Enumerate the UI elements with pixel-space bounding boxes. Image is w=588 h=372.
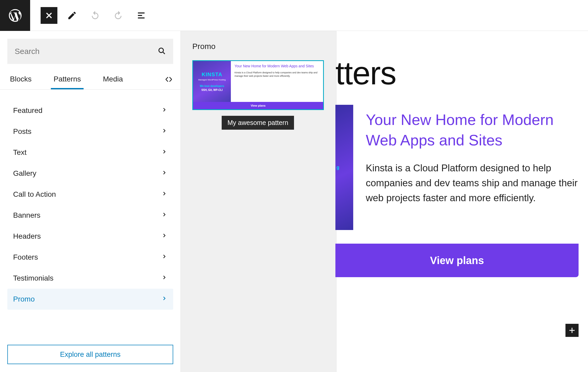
thumb-body: Kinsta is a Cloud Platform designed to h… [235,71,319,78]
category-headers[interactable]: Headers [7,226,173,247]
category-text[interactable]: Text [7,142,173,163]
thumb-dev1: We love developers [200,85,224,87]
category-label: Headers [13,232,41,240]
thumb-cta: View plans [193,102,323,109]
category-gallery[interactable]: Gallery [7,163,173,184]
category-testimonials[interactable]: Testimonials [7,268,173,289]
search-input[interactable] [15,47,157,56]
inserter-sidebar: Blocks Patterns Media Featured Posts Tex… [0,31,181,372]
search-box[interactable] [7,39,173,64]
category-promo[interactable]: Promo [7,289,173,310]
thumb-dev2: SSH, Git, WP-CLI [201,89,222,91]
category-label: Gallery [13,169,36,178]
category-call-to-action[interactable]: Call to Action [7,184,173,205]
chevron-right-icon [161,232,167,240]
category-posts[interactable]: Posts [7,121,173,142]
thumb-logo: KINSTA [202,72,222,78]
document-overview-button[interactable] [133,7,150,24]
chevron-right-icon [161,190,167,199]
category-label: Testimonials [13,274,53,282]
chevron-right-icon [161,169,167,178]
category-label: Banners [13,211,40,220]
pattern-preview-panel: Promo KINSTA Managed WordPress Hosting W… [181,31,336,372]
pattern-tooltip: My awesome pattern [222,116,294,130]
chevron-right-icon [161,106,167,115]
pattern-thumbnail[interactable]: KINSTA Managed WordPress Hosting We love… [192,60,324,110]
undo-button[interactable] [87,7,104,24]
inserter-tabs: Blocks Patterns Media [0,70,181,90]
add-block-button[interactable] [565,324,579,337]
explore-all-patterns-button[interactable]: Explore all patterns [7,345,173,364]
redo-button[interactable] [110,7,127,24]
category-label: Posts [13,127,31,136]
chevron-right-icon [161,211,167,220]
tab-patterns[interactable]: Patterns [51,70,83,89]
pattern-category-list: Featured Posts Text Gallery Call to Acti… [7,100,173,334]
category-label: Footers [13,253,38,261]
thumb-logo-sub: Managed WordPress Hosting [198,79,226,81]
pattern-explorer-icon[interactable] [164,75,173,85]
chevron-right-icon [161,295,167,303]
edit-tool-button[interactable] [64,7,80,24]
svg-point-0 [159,48,163,52]
hero-image-fragment[interactable]: g [335,105,353,230]
editor-canvas[interactable]: tters g Your New Home for Modern Web App… [336,31,588,372]
category-banners[interactable]: Banners [7,205,173,226]
tab-media[interactable]: Media [100,70,126,89]
wordpress-logo[interactable] [0,0,30,31]
category-label: Promo [13,295,35,303]
top-toolbar [0,0,588,31]
close-inserter-button[interactable] [41,7,57,24]
page-title-fragment[interactable]: tters [335,54,579,92]
chevron-right-icon [161,127,167,136]
panel-title: Promo [192,42,325,51]
chevron-right-icon [161,148,167,157]
chevron-right-icon [161,253,167,261]
category-label: Text [13,148,26,157]
hero-image-text: g [336,165,353,170]
hero-heading[interactable]: Your New Home for Modern Web Apps and Si… [366,110,579,151]
chevron-right-icon [161,274,167,282]
category-label: Featured [13,106,42,115]
tab-blocks[interactable]: Blocks [7,70,34,89]
hero-paragraph[interactable]: Kinsta is a Cloud Platform designed to h… [366,161,579,206]
category-footers[interactable]: Footers [7,247,173,268]
thumb-heading: Your New Home for Modern Web Apps and Si… [235,64,319,68]
category-featured[interactable]: Featured [7,100,173,121]
thumb-image: KINSTA Managed WordPress Hosting We love… [193,61,231,102]
cta-button[interactable]: View plans [335,244,579,277]
search-icon [157,47,166,56]
category-label: Call to Action [13,190,56,199]
